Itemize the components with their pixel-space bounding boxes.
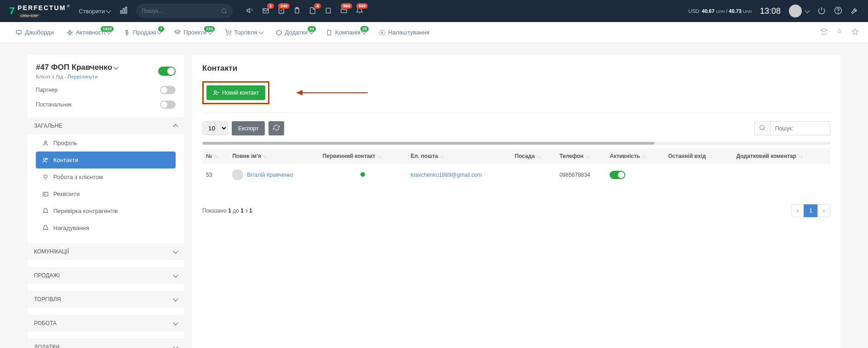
page-size-select[interactable]: 10 [202, 121, 228, 135]
nav-company[interactable]: Компанія 20 [320, 29, 372, 36]
svg-rect-2 [126, 7, 127, 13]
col-num: №↑↓ [202, 148, 228, 164]
section-addons[interactable]: ДОДАТКИ [28, 338, 184, 348]
horizontal-scroll[interactable] [202, 142, 830, 145]
new-contact-button[interactable]: Новий контакт [206, 85, 265, 100]
refresh-button[interactable] [268, 121, 284, 135]
export-button[interactable]: Експорт [232, 121, 265, 135]
chevron-down-icon [173, 320, 178, 325]
section-sales[interactable]: ПРОДАЖІ [28, 267, 184, 284]
cell-num: 53 [202, 164, 228, 186]
sort-icon[interactable]: ↑↓ [440, 154, 445, 159]
sort-icon[interactable]: ↑↓ [642, 154, 646, 159]
power-icon[interactable] [817, 6, 826, 16]
bell-icon[interactable]: 609 [356, 7, 363, 16]
activity-toggle[interactable] [610, 171, 625, 179]
section-work[interactable]: РОБОТА [28, 314, 184, 332]
svg-marker-18 [175, 30, 180, 33]
docs-icon[interactable]: 4 [309, 7, 316, 16]
sound-icon[interactable] [246, 7, 254, 16]
fire-icon[interactable] [836, 28, 843, 37]
section-comm[interactable]: КОМУНІКАЦІЇ [28, 243, 184, 260]
tasks-icon[interactable]: 249 [278, 7, 285, 16]
col-activity: Активність↑↓ [606, 148, 664, 164]
page-next[interactable]: › [817, 204, 830, 217]
sort-icon[interactable]: ↑↓ [377, 154, 382, 159]
create-button[interactable]: Створити [79, 8, 110, 15]
mail-icon[interactable]: 1 [262, 7, 269, 16]
supplier-toggle[interactable] [160, 101, 176, 109]
sort-icon[interactable]: ↑↓ [214, 154, 218, 159]
star-icon[interactable] [851, 28, 859, 37]
email-link[interactable]: kravchenko1989@gmail.com [411, 172, 482, 178]
menu-profile[interactable]: Профіль [36, 135, 176, 152]
page-prev[interactable]: ‹ [791, 204, 804, 217]
section-general[interactable]: ЗАГАЛЬНЕ [28, 117, 184, 135]
files-icon[interactable] [325, 7, 332, 16]
nav-sales[interactable]: Продажі 7 [117, 29, 168, 36]
table-search-input[interactable] [771, 121, 830, 135]
help-icon[interactable] [834, 6, 842, 16]
menu-reminders[interactable]: Нагадування [36, 219, 176, 236]
sort-icon[interactable]: ↑↓ [585, 154, 590, 159]
clipboard-icon[interactable] [293, 7, 301, 16]
sort-icon[interactable]: ↑↓ [798, 154, 803, 159]
search-box[interactable] [136, 4, 233, 18]
page-current[interactable]: 1 [804, 204, 818, 217]
nav-sales-badge: 7 [158, 26, 164, 32]
chevron-down-icon [173, 272, 178, 277]
nav-dashboards[interactable]: Дашборди [9, 29, 60, 36]
stats-icon[interactable] [120, 6, 128, 16]
currency-display: USD: 40.67 UAH / 40.73 UAH [688, 8, 752, 14]
notif-badge: 609 [356, 3, 368, 9]
box-icon [276, 29, 282, 36]
cell-position [511, 164, 556, 186]
menu-contacts[interactable]: Контакти [36, 152, 176, 168]
section-trade[interactable]: ТОРГІВЛЯ [28, 291, 184, 308]
user-chevron-icon[interactable] [805, 8, 810, 13]
building-icon [326, 29, 332, 36]
view-link[interactable]: Переглянути [68, 74, 97, 79]
client-active-toggle[interactable] [158, 67, 176, 76]
bell-icon [42, 208, 49, 214]
svg-point-20 [230, 34, 230, 35]
nav-company-badge: 20 [360, 26, 369, 32]
wrench-icon[interactable] [851, 6, 859, 16]
menu-requisites[interactable]: Реквізити [36, 185, 176, 202]
svg-point-27 [45, 141, 47, 143]
menu-check[interactable]: Перевірка контрагентів [36, 202, 176, 219]
sort-icon[interactable]: ↑↓ [263, 154, 268, 159]
table-row[interactable]: 53 Віталій Кравченко kravchenko1989@gmai… [202, 164, 830, 186]
svg-marker-16 [68, 30, 73, 35]
svg-rect-21 [327, 30, 331, 35]
svg-rect-10 [326, 8, 331, 13]
user-avatar[interactable] [789, 5, 802, 17]
svg-point-34 [214, 90, 217, 93]
contact-name-link[interactable]: Віталій Кравченко [232, 169, 315, 180]
sort-icon[interactable]: ↑↓ [708, 154, 712, 159]
col-comment: Додатковий коментар↑↓ [733, 148, 830, 164]
col-email: Ел. пошта↑↓ [407, 148, 511, 164]
sort-icon[interactable]: ↑↓ [537, 154, 541, 159]
partner-toggle[interactable] [160, 86, 176, 94]
nav-addons[interactable]: Додатки 23 [269, 29, 320, 36]
sidebar-panel: #47 ФОП Кравченко Клієнт з Лід - Перегля… [28, 55, 184, 348]
col-last-login: Останній вхід↑↓ [664, 148, 732, 164]
nav-trade[interactable]: Торгівля [218, 29, 269, 36]
cell-last-login [664, 164, 732, 186]
tasks-badge: 249 [278, 3, 290, 9]
logo[interactable]: 7 PERFECTUM® CRM+ERP [9, 4, 69, 18]
nav-activities[interactable]: Активності 1828 [60, 29, 117, 36]
search-input[interactable] [142, 8, 221, 14]
stack-icon[interactable] [820, 28, 828, 37]
nav-settings[interactable]: Налаштування [372, 29, 436, 36]
chevron-down-icon [258, 29, 263, 34]
cell-comment [733, 164, 830, 186]
folder-icon[interactable]: 964 [340, 7, 348, 16]
primary-status-dot [360, 172, 365, 177]
nav-projects[interactable]: Проекти 225 [168, 29, 218, 36]
contact-avatar [232, 169, 243, 180]
bulb-icon [42, 174, 49, 180]
client-title[interactable]: #47 ФОП Кравченко [36, 63, 118, 72]
menu-client-work[interactable]: Робота з клієнтом [36, 168, 176, 185]
